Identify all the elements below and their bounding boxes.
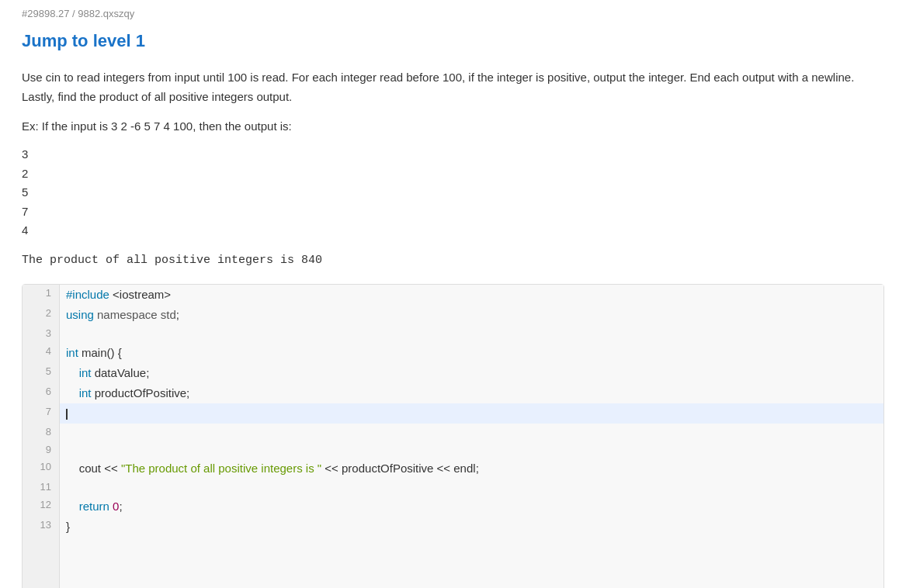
code-line-2: 2 using namespace std; — [23, 305, 883, 325]
output-examples: 3 2 5 7 4 — [22, 145, 884, 240]
example-label: Ex: If the input is 3 2 -6 5 7 4 100, th… — [22, 117, 884, 136]
line-num-1: 1 — [23, 285, 60, 305]
top-bar: #29898.27 / 9882.qxszqy — [22, 6, 884, 22]
code-line-8: 8 — [23, 424, 883, 441]
jump-to-level-heading: Jump to level 1 — [22, 27, 884, 54]
line-num-3: 3 — [23, 325, 60, 343]
code-line-4: 4 int main() { — [23, 343, 883, 363]
line-content-4[interactable]: int main() { — [60, 343, 883, 363]
line-content-8[interactable] — [60, 424, 883, 441]
line-content-11[interactable] — [60, 479, 883, 496]
code-line-11: 11 — [23, 479, 883, 496]
code-line-3: 3 — [23, 325, 883, 343]
line-num-13: 13 — [23, 517, 60, 537]
code-editor[interactable]: 1 #include <iostream> 2 using namespace … — [22, 284, 884, 588]
line-num-11: 11 — [23, 479, 60, 496]
line-num-6: 6 — [23, 383, 60, 403]
code-line-6: 6 int productOfPositive; — [23, 383, 883, 403]
line-content-empty-1[interactable] — [60, 537, 883, 588]
line-num-8: 8 — [23, 424, 60, 441]
code-line-13: 13 } — [23, 517, 883, 537]
line-num-2: 2 — [23, 305, 60, 325]
description-paragraph: Use cin to read integers from input unti… — [22, 68, 884, 107]
line-num-9: 9 — [23, 441, 60, 459]
line-content-10[interactable]: cout << "The product of all positive int… — [60, 458, 883, 479]
line-content-2[interactable]: using namespace std; — [60, 305, 883, 325]
line-content-6[interactable]: int productOfPositive; — [60, 383, 883, 403]
code-line-empty-1 — [23, 537, 883, 588]
line-num-10: 10 — [23, 458, 60, 479]
line-content-13[interactable]: } — [60, 517, 883, 537]
line-content-7[interactable] — [60, 403, 883, 424]
code-line-1: 1 #include <iostream> — [23, 285, 883, 305]
code-line-5: 5 int dataValue; — [23, 363, 883, 383]
line-content-12[interactable]: return 0; — [60, 496, 883, 517]
line-num-12: 12 — [23, 496, 60, 517]
line-num-empty-1 — [23, 537, 60, 588]
line-content-1[interactable]: #include <iostream> — [60, 285, 883, 305]
line-content-3[interactable] — [60, 325, 883, 343]
code-line-9: 9 — [23, 441, 883, 459]
product-line: The product of all positive integers is … — [22, 251, 884, 270]
output-line-4: 7 — [22, 202, 884, 222]
line-num-4: 4 — [23, 343, 60, 363]
code-line-12: 12 return 0; — [23, 496, 883, 517]
code-line-7[interactable]: 7 — [23, 403, 883, 424]
line-num-5: 5 — [23, 363, 60, 383]
output-line-1: 3 — [22, 145, 884, 164]
output-line-5: 4 — [22, 221, 884, 240]
line-num-7: 7 — [23, 403, 60, 424]
line-content-5[interactable]: int dataValue; — [60, 363, 883, 383]
top-bar-text: #29898.27 / 9882.qxszqy — [22, 8, 134, 19]
output-line-3: 5 — [22, 183, 884, 202]
output-line-2: 2 — [22, 164, 884, 184]
code-line-10: 10 cout << "The product of all positive … — [23, 458, 883, 479]
line-content-9[interactable] — [60, 441, 883, 459]
